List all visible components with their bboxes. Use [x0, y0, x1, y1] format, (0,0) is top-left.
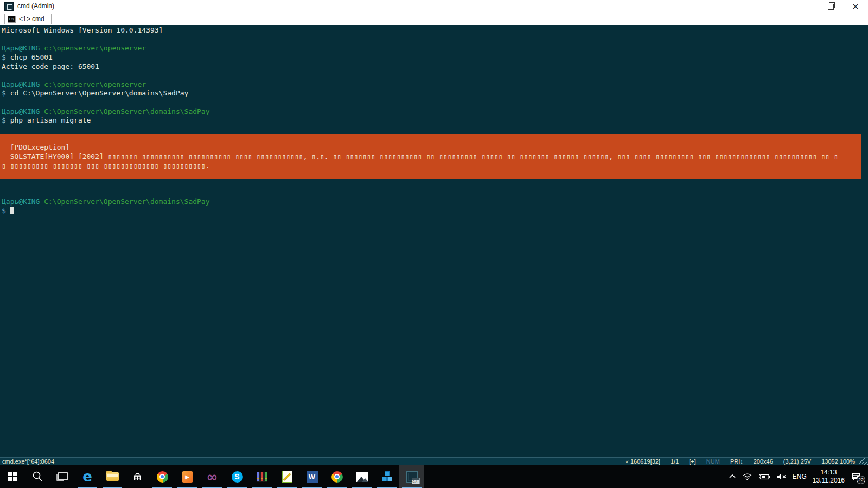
taskbar-search-icon — [31, 471, 43, 483]
action-center-button[interactable]: 22 — [851, 472, 861, 481]
terminal-line: Active code page: 65001 — [0, 62, 868, 72]
status-bar: cmd.exe*[*64]:8604 « 160619[32]1/1[+]NUM… — [0, 457, 868, 465]
winrar-icon[interactable] — [250, 465, 275, 488]
volume-muted-icon[interactable] — [776, 473, 787, 480]
chrome-2-icon[interactable] — [324, 465, 349, 488]
terminal-line — [0, 35, 868, 44]
tab-label: <1> cmd — [19, 15, 44, 23]
statusbar-item[interactable]: 13052 100% — [821, 458, 855, 465]
visual-studio-icon[interactable]: ∞ — [200, 465, 225, 488]
terminal-error-line: ▯ ▯▯▯▯▯▯▯▯▯ ▯▯▯▯▯▯▯ ▯▯▯ ▯▯▯▯▯▯▯▯▯▯▯▯▯ ▯▯… — [0, 162, 861, 171]
cmd-icon: C:\ — [8, 16, 16, 23]
terminal-line: Microsoft Windows [Version 10.0.14393] — [0, 26, 868, 35]
tab-cmd[interactable]: C:\ <1> cmd — [4, 14, 52, 24]
file-explorer-icon[interactable] — [100, 465, 125, 488]
terminal-error-line: SQLSTATE[HY000] [2002] ▯▯▯▯▯▯▯ ▯▯▯▯▯▯▯▯▯… — [0, 152, 861, 162]
conemu-app-icon — [4, 2, 14, 11]
close-button[interactable]: × — [843, 0, 868, 13]
title-bar: cmd (Admin) × — [0, 0, 868, 13]
photos-mountain-icon — [356, 472, 368, 482]
terminal-line: Царь@KING C:\OpenServer\OpenServer\domai… — [0, 107, 868, 117]
statusbar-item[interactable]: [+] — [689, 458, 696, 465]
store-bag-icon — [132, 471, 143, 483]
terminal-line: $ — [0, 207, 868, 216]
taskbar: e▶∞SWC:\ ENG 14:13 13.11.2016 22 — [0, 465, 868, 488]
statusbar-item[interactable]: NUM — [706, 458, 720, 465]
terminal-line — [0, 179, 868, 189]
chrome-logo — [157, 471, 168, 483]
window-title: cmd (Admin) — [17, 2, 54, 10]
restore-button[interactable] — [818, 0, 843, 13]
statusbar-item[interactable]: (3,21) 25V — [783, 458, 811, 465]
statusbar-item[interactable]: PRI↕ — [730, 458, 743, 465]
winrar-books-icon — [257, 472, 267, 482]
edge-logo: e — [82, 470, 92, 484]
clock[interactable]: 14:13 13.11.2016 — [813, 468, 845, 485]
language-indicator[interactable]: ENG — [793, 473, 807, 480]
word-logo: W — [307, 471, 318, 483]
terminal-console[interactable]: Microsoft Windows [Version 10.0.14393]Ца… — [0, 25, 868, 457]
statusbar-item[interactable]: « 160619[32] — [626, 458, 660, 465]
visual-studio-logo: ∞ — [207, 470, 218, 484]
search-button[interactable] — [25, 465, 50, 488]
notepad-pencil-icon — [282, 471, 292, 483]
tray-chevron-up-icon[interactable] — [729, 473, 736, 480]
skype-icon[interactable]: S — [225, 465, 250, 488]
terminal-line — [0, 125, 868, 134]
notification-badge: 22 — [857, 476, 865, 484]
tray-date: 13.11.2016 — [813, 477, 845, 485]
task-view-icon — [56, 471, 69, 482]
terminal-cursor — [10, 207, 14, 214]
terminal-error-line: [PDOException] — [0, 143, 861, 152]
terminal-line: $ chcp 65001 — [0, 53, 868, 62]
terminal-line: Царь@KING C:\OpenServer\OpenServer\domai… — [0, 197, 868, 207]
word-icon[interactable]: W — [299, 465, 324, 488]
wifi-icon[interactable] — [742, 473, 752, 481]
terminal-line — [0, 71, 868, 80]
notepad-plus-plus-icon[interactable] — [275, 465, 299, 488]
tab-bar: C:\ <1> cmd + ▼ 1 ▼ — [0, 13, 868, 25]
minimize-button[interactable] — [793, 0, 818, 13]
battery-plug-icon[interactable] — [758, 473, 770, 480]
chrome-logo — [331, 471, 343, 483]
conemu-icon[interactable]: C:\ — [399, 465, 424, 488]
terminal-line: $ cd C:\OpenServer\OpenServer\domains\Sa… — [0, 89, 868, 98]
edge-icon[interactable]: e — [75, 465, 100, 488]
tray-time: 14:13 — [813, 468, 845, 477]
minimize-icon — [803, 7, 809, 7]
start-button[interactable] — [0, 465, 25, 488]
store-icon[interactable] — [125, 465, 150, 488]
console-process-label: cmd.exe*[*64]:8604 — [0, 458, 54, 465]
resize-grip[interactable] — [859, 458, 868, 465]
windows-logo-icon — [8, 472, 17, 481]
play-icon: ▶ — [182, 471, 193, 483]
statusbar-item[interactable]: 200x46 — [754, 458, 773, 465]
chrome-icon[interactable] — [150, 465, 175, 488]
restore-icon — [828, 4, 834, 10]
terminal-line: Царь@KING c:\openserver\openserver — [0, 80, 868, 89]
system-tray: ENG 14:13 13.11.2016 22 — [729, 465, 868, 488]
terminal-line: Царь@KING c:\openserver\openserver — [0, 44, 868, 53]
skype-logo: S — [232, 471, 243, 483]
conemu-terminal-icon: C:\ — [406, 471, 418, 483]
task-view-button[interactable] — [50, 465, 75, 488]
statusbar-item[interactable]: 1/1 — [671, 458, 679, 465]
terminal-line — [0, 98, 868, 107]
folder-icon — [106, 472, 119, 481]
photos-icon[interactable] — [349, 465, 374, 488]
close-icon: × — [852, 2, 859, 11]
terminal-error-line — [0, 170, 861, 179]
blue-cubes-icon[interactable] — [374, 465, 399, 488]
media-player-icon[interactable]: ▶ — [175, 465, 200, 488]
terminal-error-line — [0, 134, 861, 144]
cubes-icon — [381, 471, 393, 483]
terminal-line: $ php artisan migrate — [0, 116, 868, 125]
terminal-line — [0, 189, 868, 198]
